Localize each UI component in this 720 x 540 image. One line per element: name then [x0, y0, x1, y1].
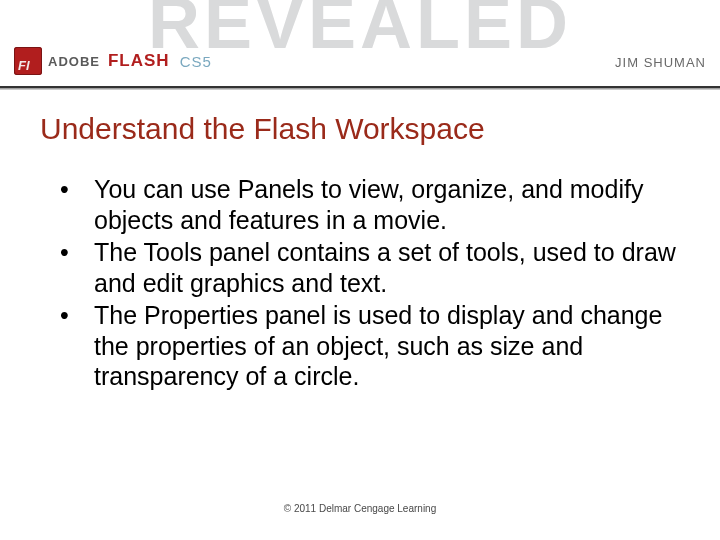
slide-footer: © 2011 Delmar Cengage Learning: [0, 503, 720, 514]
brand-product-label: FLASH: [108, 51, 170, 71]
slide-header: REVEALED ADOBE FLASH CS5 JIM SHUMAN: [0, 0, 720, 92]
author-label: JIM SHUMAN: [615, 55, 706, 70]
bullet-list: You can use Panels to view, organize, an…: [40, 174, 680, 392]
list-item: The Tools panel contains a set of tools,…: [60, 237, 680, 298]
list-item: You can use Panels to view, organize, an…: [60, 174, 680, 235]
slide-content: Understand the Flash Workspace You can u…: [40, 112, 680, 394]
brand-adobe-label: ADOBE: [48, 54, 100, 69]
header-separator: [0, 86, 720, 90]
flash-logo-icon: [14, 47, 42, 75]
list-item: The Properties panel is used to display …: [60, 300, 680, 392]
brand-row: ADOBE FLASH CS5: [14, 47, 212, 75]
slide-title: Understand the Flash Workspace: [40, 112, 680, 146]
brand-version-label: CS5: [180, 53, 212, 70]
